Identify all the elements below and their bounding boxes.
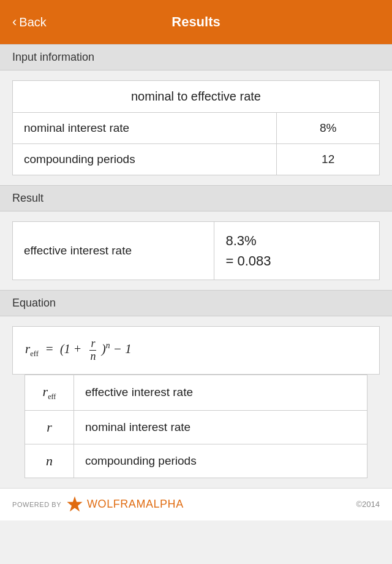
back-chevron-icon: ‹: [12, 14, 17, 30]
table-title-row: nominal to effective rate: [13, 81, 380, 113]
equation-legend-table: reff effective interest rate r nominal i…: [24, 375, 368, 478]
table-title: nominal to effective rate: [13, 81, 380, 113]
nominal-rate-value: 8%: [277, 113, 380, 144]
app-header: ‹ Back Results: [0, 0, 392, 44]
legend-symbol-r: r: [25, 410, 74, 444]
equation-formula-table: reff = (1 + r n )n − 1: [12, 326, 380, 375]
footer: POWERED BY WolframAlpha ©2014: [0, 488, 392, 520]
legend-desc-n: compounding periods: [74, 444, 368, 478]
formula-cell: reff = (1 + r n )n − 1: [13, 327, 380, 375]
input-section-header: Input information: [0, 44, 392, 70]
result-table: effective interest rate 8.3% = 0.083: [12, 221, 380, 280]
table-row: compounding periods 12: [13, 144, 380, 175]
powered-by-label: POWERED BY: [12, 501, 61, 508]
formula-row: reff = (1 + r n )n − 1: [13, 327, 380, 375]
legend-row-r: r nominal interest rate: [25, 410, 368, 444]
wolfram-logo[interactable]: WolframAlpha: [66, 496, 184, 513]
legend-symbol-reff: reff: [25, 375, 74, 410]
compounding-periods-value: 12: [277, 144, 380, 175]
wolfram-icon: [66, 496, 83, 513]
equation-section-header: Equation: [0, 290, 392, 316]
effective-rate-label: effective interest rate: [13, 222, 214, 280]
input-table: nominal to effective rate nominal intere…: [12, 80, 380, 175]
back-label: Back: [19, 15, 46, 29]
legend-desc-reff: effective interest rate: [74, 375, 368, 410]
wolfram-brand-name: WolframAlpha: [87, 498, 184, 511]
result-table-wrap: effective interest rate 8.3% = 0.083: [0, 212, 392, 290]
legend-symbol-n: n: [25, 444, 74, 478]
table-row: effective interest rate 8.3% = 0.083: [13, 222, 380, 280]
copyright: ©2014: [356, 500, 380, 509]
result-section-header: Result: [0, 185, 392, 212]
legend-row-n: n compounding periods: [25, 444, 368, 478]
back-button[interactable]: ‹ Back: [12, 14, 47, 30]
equation-formula-wrap: reff = (1 + r n )n − 1 reff effective in…: [0, 316, 392, 478]
nominal-rate-label: nominal interest rate: [13, 113, 277, 144]
effective-rate-value: 8.3% = 0.083: [214, 222, 380, 280]
legend-desc-r: nominal interest rate: [74, 410, 368, 444]
svg-marker-0: [67, 497, 82, 512]
input-table-wrap: nominal to effective rate nominal intere…: [0, 70, 392, 185]
table-row: nominal interest rate 8%: [13, 113, 380, 144]
legend-row-reff: reff effective interest rate: [25, 375, 368, 410]
page-title: Results: [172, 14, 220, 30]
compounding-periods-label: compounding periods: [13, 144, 277, 175]
powered-by-section: POWERED BY WolframAlpha: [12, 496, 184, 513]
